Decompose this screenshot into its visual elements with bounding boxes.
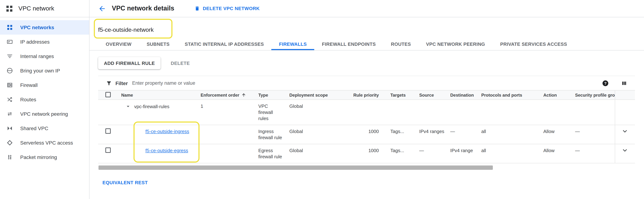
rule-source: — — [414, 144, 444, 163]
horizontal-scrollbar-track — [98, 166, 635, 170]
horizontal-scrollbar-thumb[interactable] — [98, 166, 493, 170]
sidebar-item-label: Bring your own IP — [20, 68, 60, 74]
row-checkbox[interactable] — [105, 148, 111, 153]
delete-vpc-network-button[interactable]: DELETE VPC NETWORK — [194, 6, 260, 11]
equivalent-rest-link[interactable]: EQUIVALENT REST — [102, 180, 148, 185]
group-name: vpc-firewall-rules — [134, 104, 170, 109]
rule-priority: 1000 — [345, 144, 384, 163]
rule-action: Allow — [538, 144, 569, 163]
column-header-protocols-and-ports[interactable]: Protocols and ports — [476, 90, 538, 100]
network-name: f5-ce-outside-network — [98, 27, 635, 33]
table-header-row: Name Enforcement order Type Deployment s… — [98, 90, 635, 100]
column-header-destination[interactable]: Destination — [444, 90, 476, 100]
rule-security-profile: — — [569, 144, 615, 163]
rule-security-profile: — — [569, 125, 615, 144]
column-header-action[interactable]: Action — [538, 90, 569, 100]
tab-bar: OVERVIEW SUBNETS STATIC INTERNAL IP ADDR… — [90, 40, 644, 50]
sidebar-header: VPC network — [0, 0, 89, 17]
tab-static-internal-ip-addresses[interactable]: STATIC INTERNAL IP ADDRESSES — [177, 40, 272, 50]
product-title: VPC network — [18, 5, 54, 12]
column-header-name[interactable]: Name — [116, 90, 195, 100]
rule-link-ingress[interactable]: f5-ce-outside-ingress — [146, 129, 189, 134]
sidebar-item-label: Routes — [20, 97, 36, 102]
row-checkbox-cell — [98, 144, 116, 163]
rule-destination: IPv4 range — [444, 144, 476, 163]
rule-link-egress[interactable]: f5-ce-outside-egress — [146, 148, 188, 153]
rule-protocols-and-ports: all — [476, 144, 538, 163]
tab-vpc-network-peering[interactable]: VPC NETWORK PEERING — [418, 40, 493, 50]
row-checkbox[interactable] — [105, 128, 111, 134]
tab-firewall-endpoints[interactable]: FIREWALL ENDPOINTS — [314, 40, 384, 50]
rule-action: Allow — [538, 125, 569, 144]
trash-icon — [194, 6, 200, 11]
column-header-targets[interactable]: Targets — [384, 90, 414, 100]
rule-name-cell: f5-ce-outside-ingress — [116, 125, 195, 144]
tab-private-services-access[interactable]: PRIVATE SERVICES ACCESS — [493, 40, 575, 50]
sidebar-item-ip-addresses[interactable]: IP addresses — [0, 35, 89, 49]
column-header-type[interactable]: Type — [252, 90, 284, 100]
ip-addresses-icon — [6, 38, 13, 45]
page: VPC network VPC networks IP addresses In… — [0, 0, 644, 199]
routes-icon — [6, 96, 13, 103]
sidebar: VPC network VPC networks IP addresses In… — [0, 0, 90, 199]
tab-routes[interactable]: ROUTES — [383, 40, 418, 50]
page-header: VPC network details DELETE VPC NETWORK — [90, 0, 644, 17]
sidebar-item-bring-your-own-ip[interactable]: Bring your own IP — [0, 63, 89, 78]
sidebar-item-internal-ranges[interactable]: Internal ranges — [0, 49, 89, 63]
sidebar-item-label: IP addresses — [20, 39, 50, 45]
column-header-expand — [615, 90, 635, 100]
vpc-networks-icon — [6, 24, 13, 31]
filter-bar: Filter ? — [98, 76, 635, 90]
sidebar-item-vpc-network-peering[interactable]: VPC network peering — [0, 107, 89, 121]
rule-deployment-scope: Global — [284, 144, 345, 163]
filter-label: Filter — [116, 80, 128, 86]
main-area: VPC network details DELETE VPC NETWORK f… — [90, 0, 644, 199]
select-all-cell — [98, 90, 116, 100]
chevron-down-icon[interactable] — [621, 146, 629, 154]
group-enforcement-order: 1 — [195, 100, 252, 125]
delete-vpc-network-label: DELETE VPC NETWORK — [203, 6, 260, 11]
column-header-source[interactable]: Source — [414, 90, 444, 100]
chevron-down-icon[interactable] — [621, 127, 629, 135]
packet-mirroring-icon — [6, 154, 13, 161]
sidebar-item-label: VPC network peering — [20, 111, 68, 117]
sidebar-item-routes[interactable]: Routes — [0, 92, 89, 107]
column-header-security-profile-groups[interactable]: Security profile groups — [569, 90, 615, 100]
collapse-group-icon[interactable] — [125, 103, 131, 110]
sidebar-item-label: Serverless VPC access — [20, 140, 73, 146]
sidebar-item-label: Shared VPC — [20, 125, 48, 131]
sidebar-item-packet-mirroring[interactable]: Packet mirroring — [0, 150, 89, 164]
back-arrow-icon[interactable] — [98, 4, 106, 12]
tab-overview[interactable]: OVERVIEW — [98, 40, 139, 50]
internal-ranges-icon — [6, 53, 13, 59]
filter-input[interactable] — [132, 80, 602, 86]
rule-targets: Tags... — [384, 144, 414, 163]
rule-type: Ingress firewall rule — [252, 125, 284, 144]
help-icon[interactable]: ? — [602, 80, 608, 86]
sidebar-item-label: Packet mirroring — [20, 154, 57, 160]
row-checkbox-cell — [98, 125, 116, 144]
add-firewall-rule-button[interactable]: ADD FIREWALL RULE — [98, 57, 160, 69]
table-row-group: vpc-firewall-rules 1 VPC firewall rules … — [98, 100, 635, 125]
rule-type: Egress firewall rule — [252, 144, 284, 163]
vpc-network-logo-icon — [6, 4, 13, 12]
filter-icon — [106, 80, 112, 86]
select-all-checkbox[interactable] — [105, 92, 111, 97]
tab-subnets[interactable]: SUBNETS — [139, 40, 177, 50]
group-deployment-scope: Global — [284, 100, 345, 125]
sidebar-item-vpc-networks[interactable]: VPC networks — [0, 20, 89, 35]
delete-rule-button[interactable]: DELETE — [171, 60, 190, 66]
column-header-deployment-scope[interactable]: Deployment scope — [284, 90, 345, 100]
serverless-vpc-access-icon — [6, 140, 13, 146]
tab-firewalls[interactable]: FIREWALLS — [272, 40, 314, 50]
column-header-enforcement-order[interactable]: Enforcement order — [195, 90, 252, 100]
firewall-icon — [6, 82, 13, 88]
column-display-options-icon[interactable] — [621, 80, 627, 86]
action-bar: ADD FIREWALL RULE DELETE — [98, 57, 635, 69]
sidebar-item-shared-vpc[interactable]: Shared VPC — [0, 121, 89, 136]
column-header-rule-priority[interactable]: Rule priority — [345, 90, 384, 100]
page-title: VPC network details — [112, 5, 174, 12]
sidebar-item-serverless-vpc-access[interactable]: Serverless VPC access — [0, 136, 89, 150]
rule-targets: Tags... — [384, 125, 414, 144]
sidebar-item-firewall[interactable]: Firewall — [0, 78, 89, 92]
